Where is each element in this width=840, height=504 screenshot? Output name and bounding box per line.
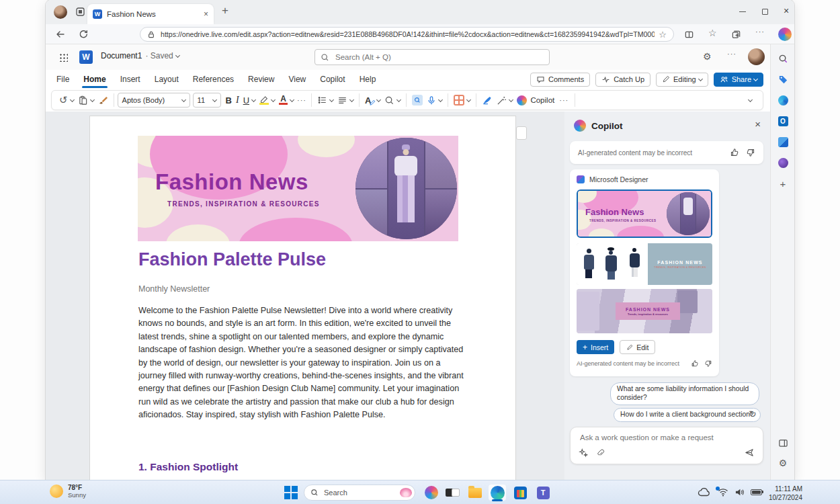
teams-icon[interactable]: T: [534, 485, 552, 501]
tab-actions-icon[interactable]: [75, 7, 85, 17]
taskbar-search-box[interactable]: Search: [304, 485, 415, 501]
sidebar-search-icon[interactable]: [777, 52, 789, 65]
file-explorer-icon[interactable]: [466, 485, 484, 501]
font-size-select[interactable]: 11: [193, 93, 221, 108]
back-icon[interactable]: [55, 29, 66, 40]
word-search-box[interactable]: [314, 49, 550, 65]
prompt-sparkle-icon[interactable]: [579, 448, 588, 458]
highlight-button[interactable]: [257, 92, 277, 108]
browser-tab[interactable]: W Fashion News ×: [87, 4, 214, 24]
task-view-icon[interactable]: [444, 485, 462, 501]
copilot-input[interactable]: [579, 433, 753, 442]
sidebar-panel-icon[interactable]: [777, 437, 789, 449]
italic-button[interactable]: I: [234, 92, 241, 108]
insert-button[interactable]: + Insert: [577, 340, 614, 354]
menu-layout[interactable]: Layout: [155, 75, 179, 84]
edit-button[interactable]: Edit: [620, 340, 655, 354]
paste-button[interactable]: [76, 92, 96, 108]
menu-review[interactable]: Review: [248, 75, 274, 84]
immersive-reader-button[interactable]: [410, 92, 425, 108]
copilot-close-icon[interactable]: ×: [755, 118, 761, 130]
browser-profile-avatar[interactable]: [54, 5, 67, 19]
send-icon[interactable]: [744, 448, 755, 458]
document-body-paragraph[interactable]: Welcome to the Fashion Palette Pulse New…: [138, 304, 470, 422]
thumbs-up-icon[interactable]: [730, 148, 739, 157]
bookmark-star-icon[interactable]: ☆: [659, 30, 667, 40]
thumbs-up-icon[interactable]: [691, 360, 699, 368]
sidebar-game-icon[interactable]: [777, 157, 789, 169]
edge-copilot-icon[interactable]: [778, 28, 792, 41]
ribbon-more-icon[interactable]: ···: [559, 96, 569, 104]
app-launcher-icon[interactable]: [59, 53, 68, 62]
sidebar-outlook-icon[interactable]: O: [777, 115, 789, 127]
sidebar-add-icon[interactable]: +: [777, 177, 789, 190]
menu-home[interactable]: Home: [83, 75, 106, 84]
account-avatar[interactable]: [748, 48, 765, 65]
document-heading-title[interactable]: Fashion Palette Pulse: [138, 249, 326, 270]
ribbon-copilot-button[interactable]: Copilot: [515, 92, 556, 108]
comments-button[interactable]: Comments: [530, 73, 590, 87]
font-color-button[interactable]: A: [277, 92, 296, 108]
close-window-icon[interactable]: ×: [784, 5, 789, 16]
taskbar-clock[interactable]: 11:11 AM 10/27/2024: [758, 485, 802, 502]
menu-view[interactable]: View: [288, 75, 306, 84]
bold-button[interactable]: B: [224, 92, 234, 108]
sidebar-settings-icon[interactable]: ⚙: [777, 457, 789, 469]
address-bar[interactable]: https://onedrive.live.com/edit.aspx?acti…: [140, 27, 674, 42]
more-menu-icon[interactable]: ···: [755, 28, 765, 36]
find-button[interactable]: [382, 92, 403, 108]
start-button[interactable]: [282, 485, 300, 501]
split-screen-icon[interactable]: [684, 30, 694, 40]
microsoft-store-icon[interactable]: [511, 485, 529, 501]
share-button[interactable]: Share: [714, 73, 763, 87]
font-name-select[interactable]: Aptos (Body): [118, 93, 190, 108]
refresh-icon[interactable]: [78, 29, 89, 40]
system-tray[interactable]: [698, 487, 763, 497]
menu-file[interactable]: File: [56, 75, 69, 84]
edge-browser-icon[interactable]: [489, 485, 506, 501]
suggestion-chip[interactable]: What are some liability information I sh…: [610, 382, 759, 405]
sidebar-tools-icon[interactable]: [777, 94, 789, 106]
tab-close-icon[interactable]: ×: [204, 9, 208, 19]
designer-thumbnail-selected[interactable]: Fashion News TRENDS, INSPIRATION & RESOU…: [577, 190, 712, 238]
designer-thumbnail-3[interactable]: FASHION NEWS Trends, inspiration & resou…: [577, 289, 712, 333]
document-subtitle[interactable]: Monthly Newsletter: [138, 284, 210, 294]
favorites-icon[interactable]: ☆: [708, 28, 717, 38]
new-tab-icon[interactable]: +: [222, 4, 228, 17]
bullets-button[interactable]: [315, 92, 335, 108]
editing-mode-button[interactable]: Editing: [656, 73, 708, 87]
document-page[interactable]: Fashion News TRENDS, INSPIRATION & RESOU…: [89, 116, 516, 480]
styles-button[interactable]: A: [363, 92, 382, 108]
word-search-input[interactable]: [334, 52, 544, 62]
refresh-suggestions-icon[interactable]: ↻: [749, 409, 757, 419]
settings-gear-icon[interactable]: ⚙: [703, 51, 712, 62]
taskbar-weather-widget[interactable]: 78°F Sunny: [50, 484, 86, 499]
underline-button[interactable]: U: [241, 92, 257, 108]
rewrite-button[interactable]: [495, 92, 515, 108]
menu-copilot[interactable]: Copilot: [320, 75, 345, 84]
document-title-group[interactable]: Document1 · Saved: [101, 51, 179, 60]
format-painter-button[interactable]: [96, 92, 110, 108]
collections-icon[interactable]: [731, 30, 741, 40]
editor-button[interactable]: [480, 92, 495, 108]
maximize-icon[interactable]: [762, 9, 768, 15]
undo-button[interactable]: ↺: [57, 92, 76, 108]
suggestion-chip[interactable]: How do I write a client background secti…: [614, 408, 761, 422]
thumbs-down-icon[interactable]: [704, 360, 712, 368]
minimize-icon[interactable]: [739, 11, 746, 12]
menu-references[interactable]: References: [193, 75, 234, 84]
line-spacing-button[interactable]: [335, 92, 355, 108]
url-text[interactable]: https://onedrive.live.com/edit.aspx?acti…: [161, 30, 655, 38]
sidebar-drive-icon[interactable]: [777, 136, 789, 148]
dictate-button[interactable]: [425, 92, 444, 108]
sidebar-shopping-icon[interactable]: [777, 73, 789, 85]
designer-thumbnail-2[interactable]: FASHION NEWS TRENDS, INSPIRATION & RESOU…: [577, 243, 712, 285]
scrollbar-handle[interactable]: [516, 126, 527, 140]
taskbar-copilot-icon[interactable]: [423, 485, 440, 501]
document-banner-image[interactable]: Fashion News TRENDS, INSPIRATION & RESOU…: [138, 136, 458, 241]
designer-button[interactable]: [452, 92, 472, 108]
word-more-icon[interactable]: ···: [727, 50, 737, 58]
attach-paperclip-icon[interactable]: [596, 448, 605, 458]
more-font-options-icon[interactable]: ···: [297, 96, 306, 104]
document-section-heading[interactable]: 1. Fashion Spotlight: [138, 461, 238, 473]
